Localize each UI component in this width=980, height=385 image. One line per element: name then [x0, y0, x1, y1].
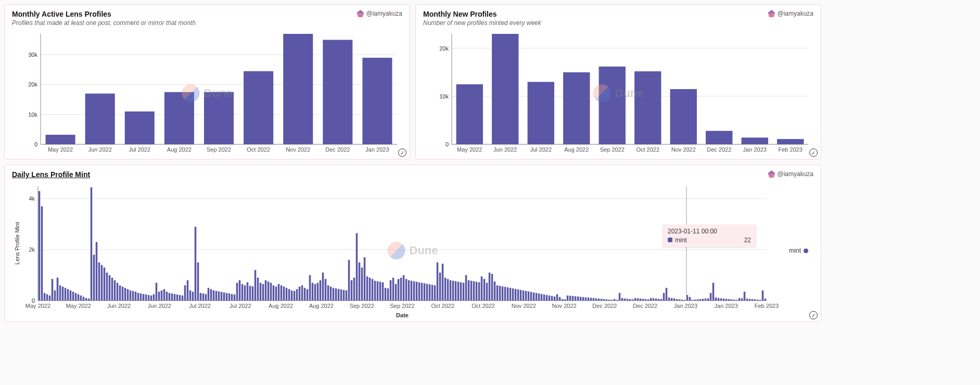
- svg-rect-151: [265, 280, 267, 301]
- svg-rect-247: [515, 289, 517, 301]
- chart-title[interactable]: Monthly Active Lens Profiles: [12, 10, 196, 18]
- svg-rect-275: [588, 297, 590, 301]
- svg-rect-176: [330, 287, 332, 301]
- svg-rect-335: [744, 292, 746, 301]
- svg-rect-322: [710, 293, 712, 301]
- svg-rect-259: [546, 295, 548, 301]
- svg-rect-36: [456, 84, 483, 144]
- svg-rect-197: [385, 288, 387, 301]
- svg-rect-97: [124, 288, 126, 301]
- svg-rect-91: [109, 275, 111, 301]
- svg-rect-299: [650, 298, 652, 301]
- series-color-icon: [668, 238, 672, 242]
- svg-rect-248: [517, 289, 519, 301]
- svg-rect-163: [296, 289, 298, 301]
- svg-rect-183: [348, 260, 350, 301]
- svg-rect-182: [346, 290, 348, 301]
- svg-rect-301: [655, 299, 657, 301]
- svg-rect-113: [166, 292, 168, 301]
- svg-rect-172: [320, 280, 322, 301]
- svg-rect-285: [614, 299, 616, 301]
- chart-monthly-new[interactable]: Dune 010k20kMay 2022Jun 2022Jul 2022Aug …: [423, 31, 813, 156]
- svg-rect-211: [421, 283, 423, 301]
- svg-rect-94: [117, 283, 119, 301]
- svg-rect-329: [728, 299, 730, 301]
- panel-daily-mint: Daily Lens Profile Mint @iamyakuza Dune …: [4, 165, 821, 322]
- chart-title[interactable]: Daily Lens Profile Mint: [12, 170, 90, 179]
- svg-text:Lens Profile Mint: Lens Profile Mint: [14, 222, 20, 265]
- svg-rect-77: [72, 292, 74, 301]
- svg-rect-204: [403, 275, 405, 301]
- svg-rect-42: [670, 89, 697, 144]
- svg-rect-280: [601, 299, 603, 301]
- svg-rect-255: [536, 293, 538, 301]
- svg-rect-103: [140, 293, 142, 301]
- svg-rect-199: [390, 280, 392, 301]
- svg-text:Nov 2022: Nov 2022: [552, 303, 577, 309]
- svg-text:Sep 2022: Sep 2022: [390, 303, 414, 309]
- svg-rect-232: [476, 282, 478, 301]
- chart-monthly-active[interactable]: Dune 010k20k30kMay 2022Jun 2022Jul 2022A…: [12, 31, 402, 156]
- svg-rect-83: [88, 299, 90, 301]
- svg-rect-145: [249, 286, 251, 301]
- svg-rect-283: [608, 300, 610, 301]
- svg-text:0: 0: [34, 141, 37, 147]
- svg-rect-252: [528, 291, 530, 301]
- chart-title[interactable]: Monthly New Profiles: [423, 10, 541, 18]
- svg-rect-125: [197, 263, 199, 301]
- chart-legend[interactable]: mint: [789, 247, 808, 254]
- svg-rect-305: [666, 288, 668, 301]
- legend-label: mint: [789, 247, 801, 254]
- svg-rect-291: [629, 299, 631, 301]
- svg-rect-297: [645, 299, 647, 301]
- check-icon[interactable]: ✓: [809, 148, 818, 157]
- svg-rect-45: [777, 139, 804, 144]
- svg-rect-319: [702, 299, 704, 301]
- svg-rect-223: [452, 281, 454, 301]
- svg-rect-71: [57, 278, 59, 301]
- svg-rect-181: [343, 290, 345, 301]
- svg-rect-69: [52, 279, 54, 301]
- svg-rect-158: [283, 287, 285, 301]
- svg-rect-106: [148, 295, 150, 301]
- svg-rect-107: [150, 295, 152, 301]
- svg-rect-75: [67, 289, 69, 301]
- svg-rect-331: [733, 300, 735, 301]
- svg-rect-80: [80, 295, 82, 301]
- user-icon: [357, 10, 364, 17]
- svg-rect-228: [465, 275, 467, 301]
- svg-rect-286: [616, 300, 618, 301]
- svg-text:Oct 2022: Oct 2022: [431, 303, 454, 309]
- svg-rect-229: [468, 280, 470, 301]
- svg-text:Oct 2022: Oct 2022: [636, 146, 659, 153]
- author-link[interactable]: @iamyakuza: [768, 10, 813, 17]
- svg-rect-343: [765, 299, 767, 301]
- svg-text:Aug 2022: Aug 2022: [309, 303, 334, 309]
- svg-rect-276: [590, 298, 592, 301]
- check-icon[interactable]: ✓: [398, 148, 406, 157]
- svg-text:0: 0: [446, 141, 449, 147]
- svg-rect-66: [44, 293, 46, 301]
- svg-rect-215: [431, 285, 434, 301]
- author-link[interactable]: @iamyakuza: [768, 170, 813, 178]
- svg-text:May 2022: May 2022: [26, 303, 50, 309]
- svg-rect-149: [260, 283, 262, 301]
- svg-rect-14: [204, 92, 234, 144]
- svg-rect-64: [39, 191, 41, 301]
- svg-rect-264: [559, 297, 561, 301]
- author-link[interactable]: @iamyakuza: [357, 10, 402, 17]
- svg-rect-173: [322, 272, 324, 301]
- chart-daily-mint[interactable]: Dune 02k4kMay 2022May 2022Jun 2022Jun 20…: [12, 183, 813, 318]
- svg-rect-298: [647, 300, 650, 301]
- svg-text:10k: 10k: [439, 93, 449, 100]
- panel-monthly-active: Monthly Active Lens Profiles Profiles th…: [4, 4, 410, 159]
- svg-rect-277: [593, 298, 595, 301]
- svg-rect-132: [215, 291, 218, 301]
- tooltip-value: 22: [744, 237, 751, 244]
- check-icon[interactable]: ✓: [809, 311, 818, 319]
- svg-rect-330: [731, 300, 733, 301]
- svg-rect-294: [637, 299, 639, 301]
- svg-rect-141: [239, 280, 241, 301]
- svg-rect-111: [161, 290, 163, 301]
- svg-rect-87: [98, 263, 100, 301]
